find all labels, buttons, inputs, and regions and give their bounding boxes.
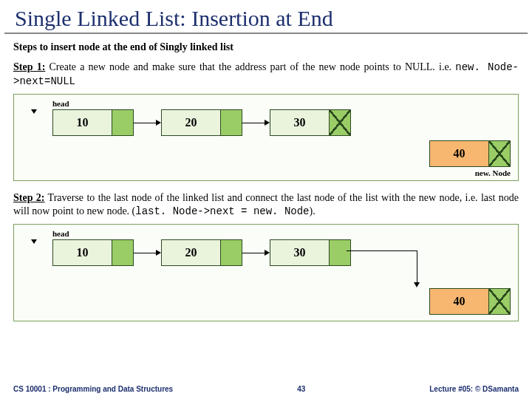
arrow-right-icon <box>134 109 161 136</box>
node-value: 20 <box>162 110 221 135</box>
list-node: 30 <box>270 239 351 266</box>
step-1-text: Step 1: Create a new node and make sure … <box>0 61 532 94</box>
connector-line <box>417 250 417 284</box>
head-label-1: head <box>52 99 512 108</box>
head-pointer-icon <box>20 109 48 114</box>
diagram-1: head 10 20 30 40 new. Node <box>13 94 519 181</box>
step-2-close: ). <box>310 205 316 216</box>
list-node: 10 <box>52 109 134 136</box>
connector-line <box>347 250 417 251</box>
list-node: 10 <box>52 239 134 266</box>
arrow-right-icon <box>242 109 270 136</box>
head-pointer-icon <box>20 239 48 244</box>
new-node: 40 <box>429 288 511 315</box>
arrow-right-icon <box>134 239 161 266</box>
list-node: 20 <box>161 239 242 266</box>
node-pointer <box>221 110 242 135</box>
node-value: 10 <box>53 240 112 265</box>
new-node-block-2: 40 <box>429 288 511 315</box>
node-value: 40 <box>430 289 489 314</box>
node-pointer <box>112 110 133 135</box>
steps-subhead: Steps to insert node at the end of Singl… <box>0 41 532 61</box>
node-pointer <box>221 240 242 265</box>
node-null-pointer <box>489 141 510 166</box>
new-node-label: new. Node <box>429 168 511 177</box>
node-value: 30 <box>270 110 330 135</box>
node-pointer <box>112 240 133 265</box>
node-null-pointer <box>489 289 510 314</box>
footer-right: Lecture #05: © DSamanta <box>429 385 519 393</box>
node-value: 10 <box>53 110 112 135</box>
step-1-body: Create a new node and make sure that the… <box>45 61 455 72</box>
new-node-block-1: 40 new. Node <box>429 140 511 177</box>
footer-left: CS 10001 : Programming and Data Structur… <box>13 385 173 393</box>
slide-number: 43 <box>297 385 305 393</box>
slide-footer: CS 10001 : Programming and Data Structur… <box>0 385 532 393</box>
step-2-text: Step 2: Traverse to the last node of the… <box>0 191 532 224</box>
arrow-down-icon <box>414 282 420 287</box>
new-node: 40 <box>429 140 511 167</box>
diagram-2: head 10 20 30 40 <box>13 224 519 321</box>
node-pointer <box>330 240 350 265</box>
list-node: 30 <box>270 109 351 136</box>
head-label-2: head <box>52 229 512 238</box>
step-1-label: Step 1: <box>13 61 45 72</box>
page-title: Single Linked List: Insertion at End <box>4 0 528 34</box>
node-value: 30 <box>270 240 330 265</box>
step-2-label: Step 2: <box>13 192 44 203</box>
node-value: 40 <box>430 141 489 166</box>
node-null-pointer <box>330 110 350 135</box>
node-value: 20 <box>162 240 221 265</box>
list-node: 20 <box>161 109 242 136</box>
arrow-right-icon <box>242 239 270 266</box>
step-2-code: last. Node->next = new. Node <box>135 205 309 217</box>
